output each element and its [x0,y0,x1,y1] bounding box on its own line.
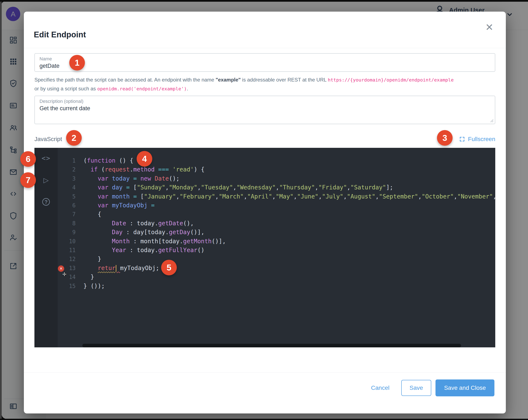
text-cursor [116,265,116,272]
code-line[interactable]: 10 Month : month[today.getMonth()], [58,237,495,246]
description-field[interactable]: Description (optional) Get the current d… [35,96,495,124]
helper-script-code: openidm.read('endpoint/example') [97,86,187,91]
code-line[interactable]: 14 } [58,273,495,281]
annotation-badge-1: 1 [69,55,85,71]
description-field-label: Description (optional) [39,99,490,104]
code-line[interactable]: 1(function () { [58,156,495,165]
code-line[interactable]: 7 { [58,210,495,219]
editor-run-icon[interactable]: ▷ [35,176,58,184]
annotation-badge-5: 5 [161,260,177,275]
modal-title: Edit Endpoint [34,30,86,39]
fullscreen-icon [459,136,465,142]
editor-toolbar: <> ▷ ? [35,148,58,347]
language-label: JavaScript [35,136,62,143]
error-marker-icon: ✕ [58,265,64,272]
code-line[interactable]: 12 } [58,255,495,264]
line-content: { [76,210,101,219]
line-number: 1 [58,156,76,165]
name-field-label: Name [39,56,490,62]
code-line[interactable]: 4 var day = ["Sunday","Monday","Tuesday"… [58,183,495,192]
fullscreen-button[interactable]: Fullscreen [459,136,495,143]
line-content: } [76,255,101,264]
line-content: Date : today.getDate(), [76,219,194,228]
code-line[interactable]: 6 var myTodayObj = [58,201,495,210]
line-number: 4 [58,183,76,192]
line-number: 2 [58,165,76,174]
name-field[interactable]: Name getDate [35,53,495,72]
line-number: 10 [58,237,76,246]
resize-handle-icon[interactable] [490,119,494,123]
code-line[interactable]: 3 var today = new Date(); [58,174,495,183]
line-number: 14 [58,273,76,281]
line-content: Month : month[today.getMonth()], [76,237,226,246]
line-content: var myTodayObj = [76,201,155,210]
helper-url-code: https://{yourdomain}/openidm/endpoint/ex… [328,77,454,83]
save-and-close-button[interactable]: Save and Close [435,379,494,396]
line-number: 8 [58,219,76,228]
editor-code-icon[interactable]: <> [35,154,58,162]
line-number: 9 [58,228,76,237]
line-content: } [76,273,94,281]
line-content: } ()); [76,282,105,290]
description-field-value: Get the current date [39,105,490,112]
code-line[interactable]: 5 var month = ["January","February","Mar… [58,192,495,201]
line-content: Day : day[today.getDay()], [76,228,204,237]
helper-bold: "example" [216,77,241,83]
fullscreen-label: Fullscreen [468,136,495,143]
line-number: 7 [58,210,76,219]
annotation-badge-7: 7 [20,172,36,188]
helper-text: or by using a script such as [35,86,97,91]
line-content: retur myTodayObj; [76,264,159,273]
line-content: Year : today.getFullYear() [76,246,204,255]
close-icon[interactable]: ✕ [483,21,496,34]
code-line[interactable]: 9 Day : day[today.getDay()], [58,228,495,237]
name-field-value: getDate [39,63,490,69]
line-number: 11 [58,246,76,255]
code-line[interactable]: 11 Year : today.getFullYear() [58,246,495,255]
line-number: 5 [58,192,76,201]
line-number: 3 [58,174,76,183]
cancel-button[interactable]: Cancel [359,384,401,391]
edit-endpoint-modal: Edit Endpoint ✕ Name getDate Specifies t… [24,12,506,413]
footer-divider [24,372,506,372]
annotation-badge-6: 6 [20,151,36,167]
editor-help-icon[interactable]: ? [35,198,58,206]
code-line[interactable]: 8 Date : today.getDate(), [58,219,495,228]
line-number: 6 [58,201,76,210]
line-content: if (request.method === 'read') { [76,165,204,174]
save-button[interactable]: Save [401,380,431,396]
line-content: var today = new Date(); [76,174,180,183]
modal-footer: Cancel Save Save and Close [359,379,494,396]
code-line[interactable]: 2 if (request.method === 'read') { [58,165,495,174]
line-content: var day = ["Sunday","Monday","Tuesday","… [76,183,393,192]
line-number: 15 [58,282,76,290]
code-line[interactable]: 15} ()); [58,282,495,290]
line-content: var month = ["January","February","March… [76,192,495,201]
line-number: 12 [58,255,76,264]
helper-text: . [187,86,188,91]
helper-text: is addressable over REST at the URL [241,77,328,83]
window-left-edge [0,2,2,419]
header-divider [24,48,506,48]
line-content: (function () { [76,156,133,165]
horizontal-scrollbar[interactable] [82,344,461,347]
code-lines[interactable]: 1(function () {2 if (request.method === … [58,156,495,290]
endpoint-helper-text: Specifies the path that the script can b… [35,75,497,93]
code-line[interactable]: 13 retur myTodayObj; [58,264,495,273]
annotation-badge-4: 4 [137,151,152,167]
code-editor[interactable]: <> ▷ ? 1(function () {2 if (request.meth… [35,148,495,347]
mouse-cursor-icon: ✛ [62,271,67,277]
helper-text: Specifies the path that the script can b… [35,77,216,83]
annotation-badge-2: 2 [66,130,82,146]
editor-header-row: JavaScript Fullscreen [35,134,495,145]
annotation-badge-3: 3 [437,130,453,146]
